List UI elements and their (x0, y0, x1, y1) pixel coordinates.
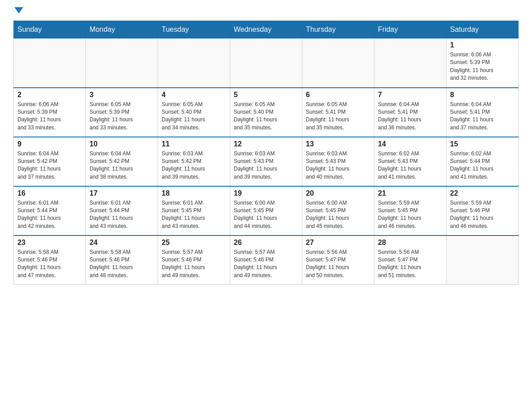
calendar-cell: 2Sunrise: 6:06 AM Sunset: 5:39 PM Daylig… (14, 88, 86, 137)
calendar-cell: 15Sunrise: 6:02 AM Sunset: 5:44 PM Dayli… (446, 137, 519, 186)
day-info: Sunrise: 6:05 AM Sunset: 5:41 PM Dayligh… (306, 101, 370, 132)
calendar-cell: 11Sunrise: 6:03 AM Sunset: 5:42 PM Dayli… (158, 137, 230, 186)
logo-triangle-icon (14, 7, 23, 13)
calendar-cell: 25Sunrise: 5:57 AM Sunset: 5:46 PM Dayli… (158, 235, 230, 285)
calendar-cell: 4Sunrise: 6:05 AM Sunset: 5:40 PM Daylig… (158, 88, 230, 137)
calendar-cell: 10Sunrise: 6:04 AM Sunset: 5:42 PM Dayli… (86, 137, 158, 186)
calendar-week-row: 9Sunrise: 6:04 AM Sunset: 5:42 PM Daylig… (14, 137, 519, 186)
day-info: Sunrise: 6:00 AM Sunset: 5:45 PM Dayligh… (306, 199, 370, 231)
calendar-week-row: 1Sunrise: 6:06 AM Sunset: 5:39 PM Daylig… (14, 39, 519, 88)
day-info: Sunrise: 6:00 AM Sunset: 5:45 PM Dayligh… (234, 199, 298, 231)
day-number: 10 (90, 140, 154, 148)
calendar-cell (158, 39, 230, 88)
day-info: Sunrise: 6:04 AM Sunset: 5:41 PM Dayligh… (450, 101, 515, 132)
calendar-week-row: 2Sunrise: 6:06 AM Sunset: 5:39 PM Daylig… (14, 88, 519, 137)
calendar-cell: 27Sunrise: 5:56 AM Sunset: 5:47 PM Dayli… (302, 235, 374, 285)
weekday-header-thursday: Thursday (302, 21, 374, 39)
day-info: Sunrise: 6:03 AM Sunset: 5:42 PM Dayligh… (162, 150, 226, 181)
calendar-cell: 5Sunrise: 6:05 AM Sunset: 5:40 PM Daylig… (230, 88, 302, 137)
day-number: 16 (17, 189, 82, 197)
day-info: Sunrise: 5:58 AM Sunset: 5:46 PM Dayligh… (17, 248, 82, 280)
day-number: 7 (378, 91, 442, 99)
day-number: 2 (17, 91, 82, 99)
calendar-cell: 13Sunrise: 6:03 AM Sunset: 5:43 PM Dayli… (302, 137, 374, 186)
calendar-cell (86, 39, 158, 88)
calendar-cell: 26Sunrise: 5:57 AM Sunset: 5:46 PM Dayli… (230, 235, 302, 285)
day-info: Sunrise: 6:01 AM Sunset: 5:45 PM Dayligh… (162, 199, 226, 231)
calendar-cell: 9Sunrise: 6:04 AM Sunset: 5:42 PM Daylig… (14, 137, 86, 186)
day-number: 20 (306, 189, 370, 197)
day-number: 9 (17, 140, 82, 148)
day-number: 19 (234, 189, 298, 197)
day-number: 21 (378, 189, 442, 197)
day-number: 15 (450, 140, 515, 148)
weekday-header-monday: Monday (86, 21, 158, 39)
calendar-cell: 1Sunrise: 6:06 AM Sunset: 5:39 PM Daylig… (446, 39, 519, 88)
day-info: Sunrise: 6:05 AM Sunset: 5:39 PM Dayligh… (90, 101, 154, 132)
day-number: 17 (90, 189, 154, 197)
logo (13, 9, 23, 16)
day-info: Sunrise: 6:06 AM Sunset: 5:39 PM Dayligh… (17, 101, 82, 132)
day-info: Sunrise: 6:02 AM Sunset: 5:43 PM Dayligh… (378, 150, 442, 181)
calendar-cell: 7Sunrise: 6:04 AM Sunset: 5:41 PM Daylig… (374, 88, 446, 137)
day-info: Sunrise: 6:04 AM Sunset: 5:42 PM Dayligh… (90, 150, 154, 181)
day-info: Sunrise: 5:56 AM Sunset: 5:47 PM Dayligh… (306, 248, 370, 280)
weekday-header-saturday: Saturday (446, 21, 519, 39)
day-number: 1 (450, 41, 515, 49)
day-info: Sunrise: 6:03 AM Sunset: 5:43 PM Dayligh… (234, 150, 298, 181)
weekday-header-friday: Friday (374, 21, 446, 39)
calendar-table: SundayMondayTuesdayWednesdayThursdayFrid… (13, 21, 519, 285)
weekday-header-sunday: Sunday (14, 21, 86, 39)
day-number: 5 (234, 91, 298, 99)
calendar-cell (230, 39, 302, 88)
day-info: Sunrise: 5:59 AM Sunset: 5:45 PM Dayligh… (378, 199, 442, 231)
calendar-cell: 6Sunrise: 6:05 AM Sunset: 5:41 PM Daylig… (302, 88, 374, 137)
day-info: Sunrise: 5:56 AM Sunset: 5:47 PM Dayligh… (378, 248, 442, 280)
day-info: Sunrise: 6:04 AM Sunset: 5:41 PM Dayligh… (378, 101, 442, 132)
day-number: 8 (450, 91, 515, 99)
day-info: Sunrise: 6:02 AM Sunset: 5:44 PM Dayligh… (450, 150, 515, 181)
calendar-cell: 22Sunrise: 5:59 AM Sunset: 5:46 PM Dayli… (446, 186, 519, 235)
day-info: Sunrise: 6:06 AM Sunset: 5:39 PM Dayligh… (450, 51, 515, 82)
day-number: 13 (306, 140, 370, 148)
calendar-cell (14, 39, 86, 88)
calendar-cell: 3Sunrise: 6:05 AM Sunset: 5:39 PM Daylig… (86, 88, 158, 137)
calendar-cell: 23Sunrise: 5:58 AM Sunset: 5:46 PM Dayli… (14, 235, 86, 285)
calendar-cell (446, 235, 519, 285)
calendar-cell: 20Sunrise: 6:00 AM Sunset: 5:45 PM Dayli… (302, 186, 374, 235)
day-info: Sunrise: 6:01 AM Sunset: 5:44 PM Dayligh… (17, 199, 82, 231)
calendar-cell: 12Sunrise: 6:03 AM Sunset: 5:43 PM Dayli… (230, 137, 302, 186)
calendar-cell: 19Sunrise: 6:00 AM Sunset: 5:45 PM Dayli… (230, 186, 302, 235)
calendar-cell: 8Sunrise: 6:04 AM Sunset: 5:41 PM Daylig… (446, 88, 519, 137)
day-info: Sunrise: 5:58 AM Sunset: 5:46 PM Dayligh… (90, 248, 154, 280)
page-header (13, 9, 519, 16)
calendar-week-row: 23Sunrise: 5:58 AM Sunset: 5:46 PM Dayli… (14, 235, 519, 285)
day-number: 24 (90, 239, 154, 247)
day-info: Sunrise: 5:57 AM Sunset: 5:46 PM Dayligh… (234, 248, 298, 280)
calendar-week-row: 16Sunrise: 6:01 AM Sunset: 5:44 PM Dayli… (14, 186, 519, 235)
calendar-cell: 17Sunrise: 6:01 AM Sunset: 5:44 PM Dayli… (86, 186, 158, 235)
calendar-cell: 16Sunrise: 6:01 AM Sunset: 5:44 PM Dayli… (14, 186, 86, 235)
day-info: Sunrise: 6:05 AM Sunset: 5:40 PM Dayligh… (162, 101, 226, 132)
day-info: Sunrise: 6:04 AM Sunset: 5:42 PM Dayligh… (17, 150, 82, 181)
day-number: 18 (162, 189, 226, 197)
day-info: Sunrise: 5:57 AM Sunset: 5:46 PM Dayligh… (162, 248, 226, 280)
day-number: 22 (450, 189, 515, 197)
day-number: 6 (306, 91, 370, 99)
day-number: 14 (378, 140, 442, 148)
day-number: 26 (234, 239, 298, 247)
day-info: Sunrise: 6:05 AM Sunset: 5:40 PM Dayligh… (234, 101, 298, 132)
weekday-header-tuesday: Tuesday (158, 21, 230, 39)
day-number: 11 (162, 140, 226, 148)
calendar-cell: 24Sunrise: 5:58 AM Sunset: 5:46 PM Dayli… (86, 235, 158, 285)
calendar-cell: 28Sunrise: 5:56 AM Sunset: 5:47 PM Dayli… (374, 235, 446, 285)
calendar-cell (374, 39, 446, 88)
day-number: 25 (162, 239, 226, 247)
day-info: Sunrise: 6:03 AM Sunset: 5:43 PM Dayligh… (306, 150, 370, 181)
day-number: 27 (306, 239, 370, 247)
calendar-cell (302, 39, 374, 88)
day-number: 4 (162, 91, 226, 99)
day-number: 12 (234, 140, 298, 148)
day-number: 3 (90, 91, 154, 99)
weekday-header-wednesday: Wednesday (230, 21, 302, 39)
